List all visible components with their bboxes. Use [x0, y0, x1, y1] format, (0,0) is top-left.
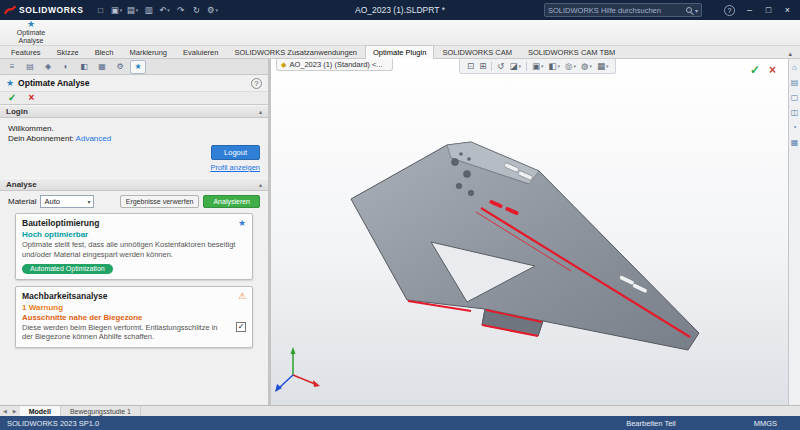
analyze-button[interactable]: Analysieren	[203, 195, 260, 208]
tab-evaluieren[interactable]: Evaluieren	[175, 45, 226, 58]
view-orientation-icon[interactable]: ▣	[530, 61, 546, 71]
help-search-box[interactable]: ▾	[544, 3, 702, 17]
material-value: Auto	[44, 197, 59, 206]
panel-header: ★ Optimate Analyse ?	[0, 75, 268, 91]
warning-checkbox[interactable]: ✓	[236, 322, 246, 332]
feasibility-card: Machbarkeitsanalyse ⚠ 1 Warnung Ausschni…	[15, 286, 253, 349]
statusbar-units[interactable]: MMGS	[754, 419, 777, 428]
search-options-caret-icon[interactable]: ▾	[695, 7, 698, 14]
tab-skizze[interactable]: Skizze	[49, 45, 87, 58]
discard-results-button[interactable]: Ergebnisse verwerfen	[120, 195, 200, 208]
feasibility-status: 1 Warnung	[22, 303, 246, 312]
tab-scroll-left-icon[interactable]: ◀	[0, 406, 10, 416]
panel-title: Optimate Analyse	[18, 78, 247, 88]
undo-icon[interactable]: ↶	[158, 3, 172, 17]
statusbar-version: SOLIDWORKS 2023 SP1.0	[7, 419, 626, 428]
graphics-viewport[interactable]: ◆ AO_2023 (1) (Standard) <... ⊡ ⊞ ↺ ◪ ▣ …	[271, 59, 788, 405]
options-gear-icon[interactable]: ⚙	[206, 3, 220, 17]
help-icon[interactable]: ?	[724, 5, 735, 16]
ribbon: ★ Optimate Analyse	[0, 20, 800, 46]
maximize-button[interactable]: □	[760, 3, 777, 18]
collapse-ribbon-icon[interactable]: ▴	[788, 50, 792, 58]
tab-features[interactable]: Features	[3, 45, 49, 58]
model-tab[interactable]: Modell	[20, 406, 61, 416]
subscription-value[interactable]: Advanced	[76, 134, 112, 143]
minimize-button[interactable]: –	[741, 3, 758, 18]
help-search-input[interactable]	[548, 6, 685, 15]
cam-operation-tree-tab-icon[interactable]: ⚙	[112, 60, 128, 74]
window-controls: ? – □ ×	[724, 0, 796, 20]
zoom-fit-icon[interactable]: ⊡	[465, 61, 476, 71]
tab-markierung[interactable]: Markierung	[121, 45, 175, 58]
new-document-icon[interactable]: □	[94, 3, 108, 17]
statusbar-mode: Bearbeiten Teil	[626, 419, 675, 428]
optimate-panel-tab-icon[interactable]: ★	[130, 60, 146, 74]
automated-optimization-badge[interactable]: Automated Optimization	[22, 264, 113, 274]
displaymanager-tab-icon[interactable]: ◧	[76, 60, 92, 74]
document-view-tab-label: AO_2023 (1) (Standard) <...	[289, 60, 382, 69]
propertymanager-tab-icon[interactable]: ▤	[22, 60, 38, 74]
tab-zusatzanwendungen[interactable]: SOLIDWORKS Zusatzanwendungen	[226, 45, 365, 58]
tab-solidworks-cam-tbm[interactable]: SOLIDWORKS CAM TBM	[520, 45, 623, 58]
optimization-card: Bauteiloptimierung ★ Hoch optimierbar Op…	[15, 213, 253, 280]
section-view-icon[interactable]: ◪	[507, 61, 523, 71]
manager-tab-strip: ≡ ▤ ◈ ◐ ◧ ▦ ⚙ ★	[0, 59, 268, 75]
open-document-icon[interactable]: ▣	[110, 3, 124, 17]
design-library-icon[interactable]: ▤	[791, 79, 799, 87]
panel-help-icon[interactable]: ?	[251, 78, 262, 89]
tab-scroll-right-icon[interactable]: ▶	[10, 406, 20, 416]
ribbon-button-label-line2: Analyse	[19, 37, 44, 45]
featuremanager-tree-tab-icon[interactable]: ≡	[4, 60, 20, 74]
custom-properties-icon[interactable]: ▦	[791, 139, 799, 147]
tab-solidworks-cam[interactable]: SOLIDWORKS CAM	[434, 45, 520, 58]
appearances-scenes-icon[interactable]: ◔	[792, 124, 797, 132]
panel-ok-icon[interactable]: ✓	[8, 93, 16, 103]
tab-optimate-plugin[interactable]: Optimate Plugin	[365, 45, 434, 59]
logout-button[interactable]: Logout	[211, 145, 260, 160]
warning-title: Ausschnitte nahe der Biegezone	[22, 313, 230, 322]
orientation-triad	[275, 347, 320, 392]
view-palette-icon[interactable]: ◫	[791, 109, 799, 117]
print-icon[interactable]: ▥	[142, 3, 156, 17]
panel-cancel-icon[interactable]: ×	[28, 93, 34, 103]
cam-feature-tree-tab-icon[interactable]: ▦	[94, 60, 110, 74]
rebuild-icon[interactable]: ↻	[190, 3, 204, 17]
display-style-icon[interactable]: ◧	[546, 61, 562, 71]
login-group-label: Login	[6, 107, 28, 116]
analyse-group-header[interactable]: Analyse	[0, 178, 268, 191]
solidworks-logo: SOLIDWORKS	[4, 4, 84, 16]
subscription-label: Dein Abonnement:	[8, 134, 74, 143]
profile-link[interactable]: Profil anzeigen	[210, 163, 260, 172]
solidworks-logo-icon	[4, 4, 16, 16]
document-tabs-bar: ◀ ▶ Modell Bewegungsstudie 1	[0, 405, 800, 416]
file-explorer-icon[interactable]: ▢	[791, 94, 799, 102]
save-icon[interactable]: ▤	[126, 3, 140, 17]
titlebar: SOLIDWORKS □ ▣ ▤ ▥ ↶ ↷ ↻ ⚙ AO_2023 (1).S…	[0, 0, 800, 20]
warning-description: Diese werden beim Biegen verformt. Entla…	[22, 323, 230, 343]
optimate-icon: ★	[27, 20, 35, 29]
optimate-panel-icon: ★	[6, 78, 14, 88]
search-icon[interactable]	[686, 7, 692, 13]
hide-show-items-icon[interactable]: ◎	[563, 61, 578, 71]
configurationmanager-tab-icon[interactable]: ◈	[40, 60, 56, 74]
document-view-tab[interactable]: ◆ AO_2023 (1) (Standard) <...	[276, 59, 393, 71]
main-area: ≡ ▤ ◈ ◐ ◧ ▦ ⚙ ★ ★ Optimate Analyse ? ✓ ×…	[0, 59, 800, 405]
solidworks-resources-icon[interactable]: ⌂	[792, 64, 797, 72]
zoom-area-icon[interactable]: ⊞	[477, 61, 488, 71]
material-dropdown[interactable]: Auto ▾	[40, 195, 94, 208]
optimate-analyse-ribbon-button[interactable]: ★ Optimate Analyse	[2, 20, 60, 45]
previous-view-icon[interactable]: ↺	[495, 61, 506, 71]
confirm-ok-icon[interactable]: ✓	[750, 64, 760, 76]
dimxpertmanager-tab-icon[interactable]: ◐	[58, 60, 74, 74]
model-canvas[interactable]	[271, 59, 788, 405]
motion-study-tab[interactable]: Bewegungsstudie 1	[61, 406, 141, 416]
redo-icon[interactable]: ↷	[174, 3, 188, 17]
panel-confirm-row: ✓ ×	[0, 91, 268, 105]
login-group-header[interactable]: Login	[0, 105, 268, 118]
apply-scene-icon[interactable]: ▦	[595, 61, 611, 71]
tab-blech[interactable]: Blech	[87, 45, 122, 58]
heads-up-toolbar: ⊡ ⊞ ↺ ◪ ▣ ◧ ◎ ◍ ▦	[459, 59, 616, 74]
confirm-cancel-icon[interactable]: ×	[769, 64, 776, 76]
close-button[interactable]: ×	[779, 3, 796, 18]
edit-appearance-icon[interactable]: ◍	[579, 61, 594, 71]
